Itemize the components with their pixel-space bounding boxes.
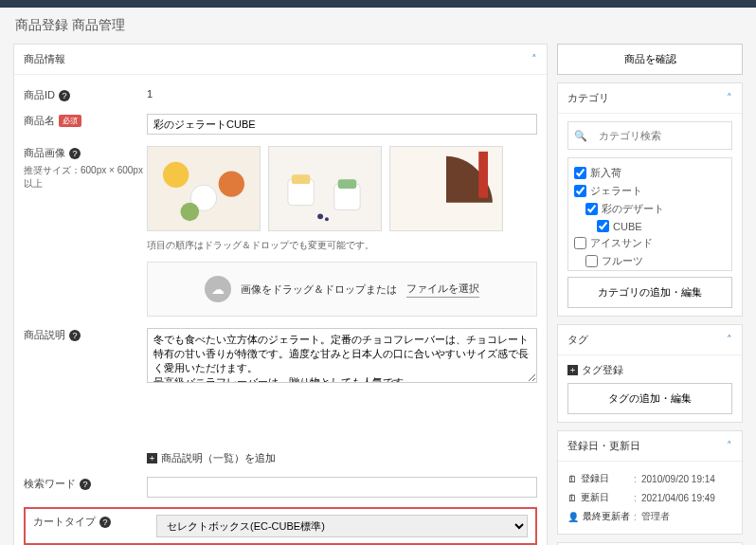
category-item[interactable]: CUBE xyxy=(574,218,726,234)
top-bar xyxy=(0,0,756,8)
category-checkbox[interactable] xyxy=(597,220,609,232)
images-hint: 推奨サイズ：600px × 600px以上 xyxy=(24,164,147,191)
tag-register-link[interactable]: タグ登録 xyxy=(582,363,623,377)
category-item[interactable]: アイスサンド xyxy=(574,234,726,252)
id-label: 商品ID xyxy=(24,88,55,102)
category-label: フルーツ xyxy=(602,254,643,268)
category-search-input[interactable] xyxy=(593,126,726,145)
drag-hint: 項目の順序はドラッグ＆ドロップでも変更可能です。 xyxy=(147,239,537,252)
category-checkbox[interactable] xyxy=(574,237,586,249)
category-item[interactable]: 新入荷 xyxy=(574,164,726,182)
product-image-2[interactable] xyxy=(268,146,382,231)
product-name-input[interactable] xyxy=(147,114,537,135)
product-image-1[interactable] xyxy=(147,146,261,231)
chevron-up-icon[interactable]: ˄ xyxy=(727,92,732,104)
category-item[interactable]: 彩のデザート xyxy=(574,200,726,218)
svg-point-1 xyxy=(163,162,189,188)
category-label: CUBE xyxy=(613,221,642,232)
svg-point-3 xyxy=(219,171,244,196)
cart-type-label: カートタイプ xyxy=(33,515,96,529)
help-icon[interactable]: ? xyxy=(80,479,91,490)
category-item[interactable]: ジェラート xyxy=(574,182,726,200)
panel-title: カテゴリ xyxy=(567,91,609,105)
id-value: 1 xyxy=(147,88,537,100)
svg-rect-7 xyxy=(292,174,311,184)
category-list: 新入荷ジェラート彩のデザートCUBEアイスサンドフルーツ xyxy=(567,157,732,271)
svg-point-10 xyxy=(317,213,323,219)
required-badge: 必須 xyxy=(59,115,81,127)
chevron-up-icon[interactable]: ˄ xyxy=(531,53,537,65)
add-description-link[interactable]: ＋ 商品説明（一覧）を追加 xyxy=(147,451,537,465)
calendar-icon: 🗓 xyxy=(567,493,577,503)
category-label: 新入荷 xyxy=(590,166,621,180)
help-icon[interactable]: ? xyxy=(69,330,81,341)
category-label: ジェラート xyxy=(590,184,642,198)
category-checkbox[interactable] xyxy=(574,167,586,179)
updater-label: 最終更新者 xyxy=(583,510,630,523)
panel-title: 登録日・更新日 xyxy=(567,439,640,453)
help-icon[interactable]: ? xyxy=(99,517,111,528)
tag-panel: タグ ˄ ＋ タグ登録 タグの追加・編集 xyxy=(557,324,743,423)
page-title: 商品登録 商品管理 xyxy=(0,8,756,44)
svg-rect-13 xyxy=(478,152,488,198)
upload-icon: ☁ xyxy=(205,276,231,302)
svg-point-11 xyxy=(325,217,329,221)
user-icon: 👤 xyxy=(567,512,579,522)
dates-panel: 登録日・更新日 ˄ 🗓登録日 : 2010/09/20 19:14 🗓更新日 :… xyxy=(557,430,743,535)
cart-type-select[interactable]: セレクトボックス(EC-CUBE標準) xyxy=(156,515,528,537)
updater-value: 管理者 xyxy=(641,510,670,523)
file-select-link[interactable]: ファイルを選択 xyxy=(406,282,479,298)
image-dropzone[interactable]: ☁ 画像をドラッグ＆ドロップまたは ファイルを選択 xyxy=(147,262,537,317)
chevron-up-icon[interactable]: ˄ xyxy=(727,334,732,346)
category-checkbox[interactable] xyxy=(585,255,598,267)
confirm-product-button[interactable]: 商品を確認 xyxy=(557,44,743,75)
plus-icon: ＋ xyxy=(147,453,157,463)
desc-label: 商品説明 xyxy=(24,328,65,342)
category-label: アイスサンド xyxy=(590,236,653,250)
category-edit-button[interactable]: カテゴリの追加・編集 xyxy=(567,277,732,308)
panel-title: 商品情報 xyxy=(24,52,65,66)
svg-rect-9 xyxy=(338,179,357,189)
description-textarea[interactable]: 冬でも食べたい立方体のジェラート。定番のチョコフレーバーは、チョコレート特有の甘… xyxy=(147,328,537,383)
category-panel: カテゴリ ˄ 🔍 新入荷ジェラート彩のデザートCUBEアイスサンドフルーツ カテ… xyxy=(557,82,743,317)
category-label: 彩のデザート xyxy=(602,202,664,216)
calendar-icon: 🗓 xyxy=(567,474,577,484)
panel-title: タグ xyxy=(567,333,588,347)
svg-rect-5 xyxy=(269,147,380,230)
search-icon: 🔍 xyxy=(574,130,587,142)
created-value: 2010/09/20 19:14 xyxy=(641,474,715,484)
created-label: 登録日 xyxy=(581,472,609,485)
category-item[interactable]: フルーツ xyxy=(574,252,726,270)
product-image-3[interactable] xyxy=(389,146,503,231)
name-label: 商品名 xyxy=(24,114,55,128)
product-info-panel: 商品情報 ˄ 商品ID ? 1 商品名 必須 xyxy=(13,44,548,545)
updated-value: 2021/04/06 19:49 xyxy=(641,493,715,503)
search-word-label: 検索ワード xyxy=(24,477,76,491)
drop-text: 画像をドラッグ＆ドロップまたは xyxy=(241,282,397,297)
category-checkbox[interactable] xyxy=(574,185,586,197)
images-label: 商品画像 xyxy=(24,146,65,160)
help-icon[interactable]: ? xyxy=(69,148,81,159)
svg-point-4 xyxy=(181,203,200,222)
chevron-up-icon[interactable]: ˄ xyxy=(727,440,732,452)
tag-edit-button[interactable]: タグの追加・編集 xyxy=(567,383,732,414)
updated-label: 更新日 xyxy=(581,491,609,504)
plus-icon: ＋ xyxy=(567,365,578,375)
help-icon[interactable]: ? xyxy=(59,90,70,101)
search-word-input[interactable] xyxy=(147,477,537,498)
category-checkbox[interactable] xyxy=(585,203,598,215)
